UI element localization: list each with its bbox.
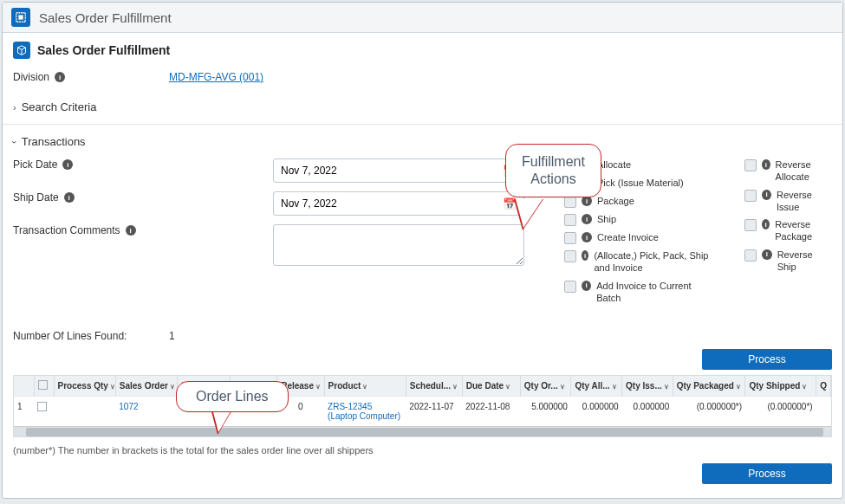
col-qty-shipped[interactable]: Qty Shipped∨ (745, 376, 816, 397)
callout-tail-icon (514, 199, 543, 230)
info-icon[interactable]: i (582, 232, 592, 242)
cube-icon (13, 42, 30, 59)
pick-date-input[interactable]: 📅 (273, 158, 524, 183)
col-product[interactable]: Product∨ (324, 376, 406, 397)
info-icon[interactable]: i (762, 249, 772, 260)
footnote-text: (number*) The number in brackets is the … (13, 444, 377, 457)
row-checkbox[interactable] (37, 402, 47, 411)
checkbox-reverse-package[interactable] (744, 219, 757, 231)
titlebar: Sales Order Fulfillment (3, 3, 842, 33)
pick-date-label: Pick Date i (13, 158, 273, 171)
checkbox-all-steps[interactable] (564, 250, 576, 262)
sales-order-link[interactable]: 1072 (119, 402, 138, 411)
checkbox-ship[interactable] (564, 214, 576, 226)
table-row[interactable]: 1 1072 1 0 ZRS-12345 (Laptop Computer) 2… (14, 397, 831, 427)
ship-date-field[interactable] (281, 197, 503, 210)
pick-date-field[interactable] (281, 165, 503, 177)
panel-title: Sales Order Fulfillment (37, 43, 170, 57)
ship-date-input[interactable]: 📅 (273, 191, 524, 216)
section-transactions[interactable]: › Transactions (13, 130, 832, 153)
lines-found-value: 1 (169, 330, 175, 342)
callout-order-lines: Order Lines (176, 381, 289, 412)
divider (3, 124, 842, 125)
col-process-qty[interactable]: Process Qty∨ (54, 376, 115, 397)
transaction-comments-label: Transaction Comments i (13, 224, 273, 236)
col-qty-packaged[interactable]: Qty Packaged∨ (673, 376, 745, 397)
col-sales-order[interactable]: Sales Order∨ (115, 376, 177, 397)
info-icon[interactable]: i (126, 225, 136, 236)
checkbox-reverse-allocate[interactable] (744, 159, 757, 171)
app-title: Sales Order Fulfillment (39, 10, 172, 25)
col-due-date[interactable]: Due Date∨ (462, 376, 520, 397)
process-button[interactable]: Process (702, 349, 832, 370)
select-all-checkbox[interactable] (38, 380, 48, 390)
product-link[interactable]: ZRS-12345 (Laptop Computer) (328, 402, 400, 421)
callout-fulfillment-actions: FulfillmentActions (505, 144, 601, 197)
fulfillment-actions-right: iReverse Allocate iReverse Issue iRevers… (744, 158, 832, 304)
chevron-down-icon: › (10, 140, 20, 144)
checkbox-reverse-ship[interactable] (744, 249, 757, 262)
info-icon[interactable]: i (762, 190, 771, 200)
chevron-right-icon: › (13, 102, 16, 113)
callout-tail-icon (211, 409, 233, 435)
transaction-comments-input[interactable] (273, 224, 524, 266)
horizontal-scrollbar[interactable] (14, 426, 831, 436)
grid-header-row: Process Qty∨ Sales Order∨ Shipper∨ Line … (14, 376, 831, 397)
info-icon[interactable]: i (582, 214, 592, 224)
division-link[interactable]: MD-MFG-AVG (001) (169, 71, 263, 83)
col-overflow: Q (816, 376, 831, 397)
checkbox-reverse-issue[interactable] (744, 190, 757, 202)
process-button-bottom[interactable]: Process (702, 463, 832, 484)
checkbox-create-invoice[interactable] (564, 232, 576, 244)
checkbox-package[interactable] (564, 196, 576, 208)
col-qty-ordered[interactable]: Qty Or...∨ (520, 376, 571, 397)
svg-rect-1 (18, 15, 23, 19)
division-label: Division i (13, 71, 169, 83)
app-icon (11, 8, 30, 27)
info-icon[interactable]: i (62, 159, 73, 170)
info-icon[interactable]: i (582, 281, 591, 291)
order-lines-grid: Process Qty∨ Sales Order∨ Shipper∨ Line … (13, 375, 832, 437)
col-qty-issued[interactable]: Qty Iss...∨ (622, 376, 673, 397)
info-icon[interactable]: i (64, 192, 75, 203)
col-scheduled[interactable]: Schedul...∨ (406, 376, 462, 397)
section-search-criteria[interactable]: › Search Criteria (13, 95, 832, 119)
checkbox-add-invoice-batch[interactable] (564, 281, 576, 293)
info-icon[interactable]: i (762, 219, 770, 229)
scrollbar-thumb[interactable] (26, 428, 823, 436)
lines-found-label: Number Of Lines Found: (13, 330, 152, 342)
col-qty-allocated[interactable]: Qty All...∨ (571, 376, 622, 397)
panel-header: Sales Order Fulfillment (3, 33, 842, 66)
info-icon[interactable]: i (762, 159, 770, 170)
ship-date-label: Ship Date i (13, 191, 273, 204)
info-icon[interactable]: i (55, 72, 65, 82)
info-icon[interactable]: i (582, 250, 588, 261)
